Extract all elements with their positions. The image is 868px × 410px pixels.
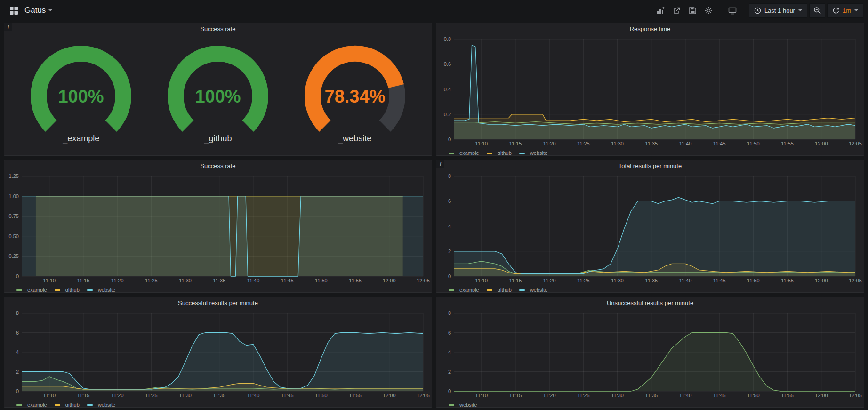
legend-swatch <box>449 153 454 154</box>
dashboard-grid-icon <box>9 6 18 15</box>
response-time-chart: 00.20.40.60.811:1011:1511:2011:2511:3011… <box>436 35 864 155</box>
x-tick-label: 11:30 <box>611 278 624 283</box>
chevron-down-icon <box>798 9 802 11</box>
chart-canvas[interactable]: 00.250.500.751.001.2511:1011:1511:2011:2… <box>4 172 432 284</box>
x-tick-label: 11:55 <box>781 278 794 283</box>
y-tick-label: 0.25 <box>9 253 19 259</box>
legend-item-_website[interactable]: _website <box>449 402 477 407</box>
info-icon[interactable]: i <box>436 160 444 168</box>
x-tick-label: 12:00 <box>815 141 828 146</box>
legend-item-_example[interactable]: _example <box>16 402 47 407</box>
navbar: Gatus Last 1 hour 1m <box>0 0 868 21</box>
x-tick-label: 11:45 <box>713 278 726 283</box>
series-fill-_website <box>22 196 423 276</box>
legend-swatch <box>487 289 492 291</box>
chevron-down-icon <box>48 9 52 11</box>
chart-canvas[interactable]: 00.20.40.60.811:1011:1511:2011:2511:3011… <box>436 35 864 147</box>
x-tick-label: 11:25 <box>145 393 158 398</box>
x-tick-label: 11:10 <box>43 278 56 283</box>
x-tick-label: 12:00 <box>815 278 828 283</box>
x-tick-label: 11:10 <box>475 278 488 283</box>
panel-title[interactable]: Total results per minute <box>436 160 864 172</box>
x-tick-label: 11:20 <box>543 141 556 146</box>
series-fill-_website <box>22 333 423 392</box>
legend-item-_github[interactable]: _github <box>487 287 512 292</box>
y-tick-label: 1.00 <box>9 193 19 199</box>
save-icon <box>689 7 697 15</box>
panel-title[interactable]: Success rate <box>4 160 432 172</box>
x-tick-label: 11:40 <box>679 141 692 146</box>
y-tick-label: 8 <box>16 310 19 316</box>
gauge-_github: 100% _github <box>159 44 277 144</box>
legend-item-_example[interactable]: _example <box>449 150 479 155</box>
chevron-down-icon <box>854 9 858 11</box>
y-tick-label: 6 <box>448 330 451 336</box>
dashboard-grid-button[interactable] <box>7 3 21 17</box>
y-tick-label: 0 <box>448 137 451 142</box>
share-button[interactable] <box>670 3 684 17</box>
y-tick-label: 4 <box>16 349 19 355</box>
info-icon[interactable]: i <box>4 23 12 31</box>
dashboard-title-button[interactable]: Gatus <box>24 6 52 15</box>
x-tick-label: 11:45 <box>281 278 294 283</box>
chart-canvas[interactable]: 0246811:1011:1511:2011:2511:3011:3511:40… <box>436 172 864 284</box>
refresh-icon <box>832 7 839 14</box>
x-tick-label: 11:25 <box>577 278 590 283</box>
refresh-interval-picker[interactable]: 1m <box>827 3 863 18</box>
x-tick-label: 11:55 <box>349 393 362 398</box>
y-tick-label: 6 <box>16 330 19 336</box>
series-fill-_website <box>454 333 855 392</box>
gauge-row: 100% _example 100% _github 78.34% _websi… <box>4 35 432 155</box>
legend-item-_example[interactable]: _example <box>449 287 479 292</box>
x-tick-label: 11:50 <box>747 278 760 283</box>
tv-mode-button[interactable] <box>725 3 739 17</box>
x-tick-label: 12:00 <box>383 393 396 398</box>
add-panel-button[interactable] <box>654 3 668 17</box>
x-tick-label: 11:35 <box>645 141 658 146</box>
time-range-picker[interactable]: Last 1 hour <box>749 3 807 18</box>
panel-title[interactable]: Successful results per minute <box>4 297 432 309</box>
x-tick-label: 12:05 <box>417 393 430 398</box>
legend-item-_github[interactable]: _github <box>55 402 80 407</box>
x-tick-label: 11:40 <box>679 393 692 398</box>
chart-canvas[interactable]: 0246811:1011:1511:2011:2511:3011:3511:40… <box>4 309 432 399</box>
chart-legend: _example_github_website <box>436 149 864 155</box>
y-tick-label: 0 <box>448 273 451 279</box>
legend-item-_website[interactable]: _website <box>519 287 547 292</box>
x-tick-label: 11:35 <box>645 393 658 398</box>
y-tick-label: 2 <box>448 369 451 375</box>
x-tick-label: 12:05 <box>849 393 862 398</box>
save-button[interactable] <box>686 3 700 17</box>
legend-item-_website[interactable]: _website <box>519 150 547 155</box>
x-tick-label: 11:40 <box>247 278 260 283</box>
settings-button[interactable] <box>702 3 716 17</box>
share-icon <box>673 7 681 15</box>
x-tick-label: 11:55 <box>781 393 794 398</box>
x-tick-label: 11:35 <box>213 393 225 398</box>
panel-title[interactable]: Unsuccessful results per minute <box>436 297 864 309</box>
zoom-out-button[interactable] <box>809 3 825 18</box>
legend-item-_github[interactable]: _github <box>487 150 512 155</box>
legend-item-_website[interactable]: _website <box>87 402 115 407</box>
x-tick-label: 11:40 <box>247 393 260 398</box>
legend-item-_website[interactable]: _website <box>87 287 115 292</box>
panel-response-time: Response time 00.20.40.60.811:1011:1511:… <box>436 23 864 156</box>
legend-item-_example[interactable]: _example <box>16 287 47 292</box>
panel-title[interactable]: Response time <box>436 23 864 35</box>
panel-title[interactable]: Success rate <box>4 23 432 35</box>
successful-results-chart: 0246811:1011:1511:2011:2511:3011:3511:40… <box>4 309 432 407</box>
panel-total-results: i Total results per minute 0246811:1011:… <box>436 160 864 293</box>
clock-icon <box>754 7 761 14</box>
legend-swatch <box>16 404 22 406</box>
chart-canvas[interactable]: 0246811:1011:1511:2011:2511:3011:3511:40… <box>436 309 864 399</box>
settings-gear-icon <box>705 7 713 15</box>
legend-swatch <box>449 404 454 406</box>
x-tick-label: 11:30 <box>611 141 624 146</box>
y-tick-label: 1.25 <box>9 173 19 179</box>
x-tick-label: 11:10 <box>475 393 488 398</box>
y-tick-label: 0 <box>448 388 451 394</box>
y-tick-label: 6 <box>448 198 451 204</box>
x-tick-label: 11:30 <box>611 393 624 398</box>
legend-item-_github[interactable]: _github <box>55 287 80 292</box>
x-tick-label: 11:15 <box>77 393 90 398</box>
